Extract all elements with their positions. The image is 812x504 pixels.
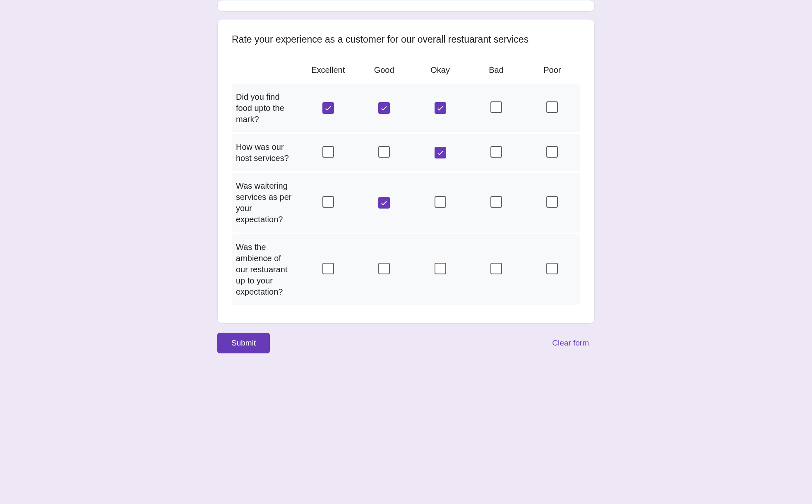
grid-row: How was our host services? [232, 134, 580, 171]
checkbox[interactable] [378, 102, 390, 114]
column-header: Excellent [300, 65, 356, 75]
grid-header-spacer [232, 62, 300, 77]
row-label: How was our host services? [232, 134, 300, 171]
row-label: Was the ambience of our restuarant up to… [232, 234, 300, 305]
checkmark-icon [380, 199, 388, 207]
grid-header-row: Excellent Good Okay Bad Poor [232, 58, 580, 84]
checkbox[interactable] [378, 197, 390, 209]
checkbox[interactable] [490, 196, 502, 208]
checkmark-icon [380, 104, 388, 112]
checkbox[interactable] [322, 146, 334, 158]
rating-grid: Excellent Good Okay Bad Poor Did you fin… [232, 58, 580, 307]
checkbox[interactable] [322, 196, 334, 208]
checkbox[interactable] [378, 146, 390, 158]
question-card: Rate your experience as a customer for o… [217, 19, 595, 324]
checkbox[interactable] [322, 102, 334, 114]
checkbox[interactable] [435, 102, 446, 114]
checkmark-icon [436, 104, 444, 112]
column-header: Poor [524, 65, 580, 75]
checkbox[interactable] [546, 263, 558, 274]
submit-button[interactable]: Submit [217, 333, 270, 353]
row-label: Did you find food upto the mark? [232, 84, 300, 132]
checkbox[interactable] [435, 147, 446, 158]
row-label: Was waitering services as per your expec… [232, 173, 300, 233]
checkbox[interactable] [322, 263, 334, 274]
checkmark-icon [324, 104, 332, 112]
form-actions: Submit Clear form [217, 333, 595, 370]
grid-row: Was waitering services as per your expec… [232, 173, 580, 233]
checkmark-icon [436, 149, 444, 157]
checkbox[interactable] [378, 263, 390, 274]
clear-form-button[interactable]: Clear form [546, 334, 595, 352]
column-header: Bad [468, 65, 524, 75]
checkbox[interactable] [490, 146, 502, 158]
previous-card-stub [217, 0, 595, 12]
checkbox[interactable] [435, 263, 446, 274]
checkbox[interactable] [546, 101, 558, 113]
column-header: Okay [412, 65, 468, 75]
checkbox[interactable] [546, 146, 558, 158]
checkbox[interactable] [490, 263, 502, 274]
checkbox[interactable] [546, 196, 558, 208]
grid-row: Did you find food upto the mark? [232, 84, 580, 132]
column-header: Good [356, 65, 412, 75]
checkbox[interactable] [435, 196, 446, 208]
grid-row: Was the ambience of our restuarant up to… [232, 234, 580, 305]
checkbox[interactable] [490, 101, 502, 113]
question-title: Rate your experience as a customer for o… [232, 33, 580, 46]
